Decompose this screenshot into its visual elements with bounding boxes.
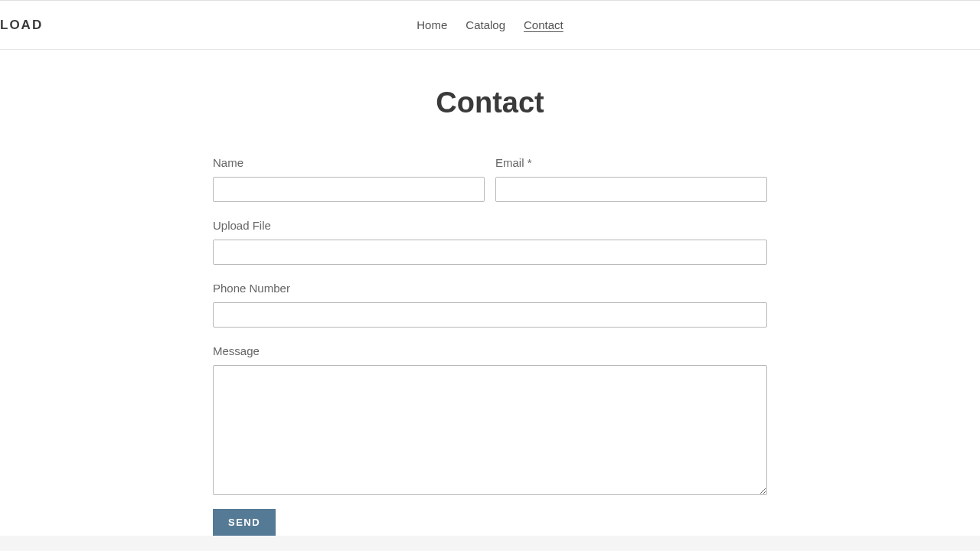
upload-input[interactable] <box>213 240 767 265</box>
message-textarea[interactable] <box>213 365 767 495</box>
main-content: Contact Name Email * Upload File Phone N… <box>0 50 980 536</box>
nav-contact[interactable]: Contact <box>524 18 564 31</box>
form-row-name-email: Name Email * <box>213 156 767 202</box>
form-group-upload: Upload File <box>213 219 767 265</box>
contact-form: Name Email * Upload File Phone Number Me… <box>213 156 767 536</box>
form-group-email: Email * <box>495 156 767 202</box>
form-group-name: Name <box>213 156 485 202</box>
message-label: Message <box>213 344 767 357</box>
form-container: Contact Name Email * Upload File Phone N… <box>213 86 767 536</box>
name-input[interactable] <box>213 177 485 202</box>
nav-home[interactable]: Home <box>416 18 447 31</box>
site-header: LOAD Home Catalog Contact <box>0 1 980 50</box>
send-button[interactable]: SEND <box>213 509 276 536</box>
nav-catalog[interactable]: Catalog <box>466 18 505 31</box>
name-label: Name <box>213 156 485 169</box>
form-group-phone: Phone Number <box>213 282 767 328</box>
email-input[interactable] <box>495 177 767 202</box>
footer-band <box>0 536 980 551</box>
page-title: Contact <box>213 86 767 119</box>
phone-label: Phone Number <box>213 282 767 295</box>
upload-label: Upload File <box>213 219 767 232</box>
site-logo[interactable]: LOAD <box>0 18 43 33</box>
phone-input[interactable] <box>213 302 767 328</box>
form-group-message: Message <box>213 344 767 495</box>
email-label: Email * <box>495 156 767 169</box>
main-nav: Home Catalog Contact <box>416 18 563 31</box>
